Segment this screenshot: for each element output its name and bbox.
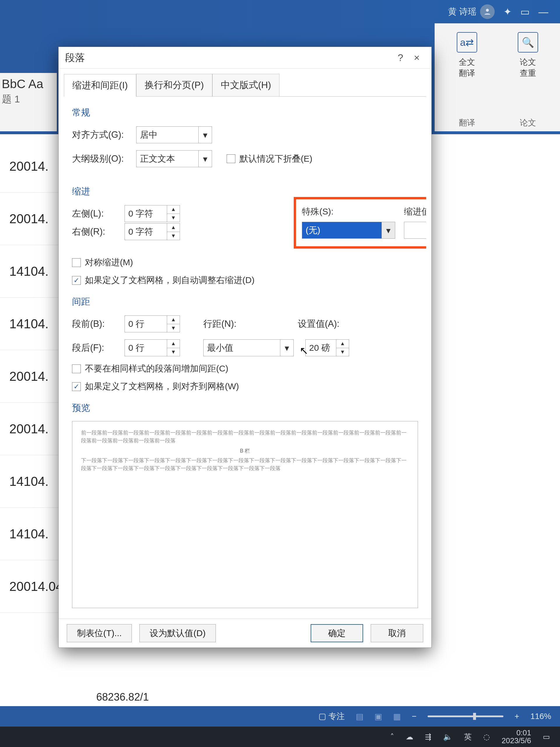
section-general: 常规: [72, 106, 418, 119]
spinner-up-icon[interactable]: ▲: [336, 340, 349, 348]
plagiarism-label: 论文 查重: [520, 57, 536, 79]
clock-date: 2023/5/6: [502, 737, 531, 745]
spinner-up-icon[interactable]: ▲: [167, 205, 180, 214]
checkbox-icon: [226, 154, 235, 163]
view-read-icon[interactable]: ▣: [374, 712, 382, 721]
username: 黄 诗瑶: [448, 6, 477, 18]
table-row[interactable]: 14104.: [0, 508, 58, 560]
ribbon-right: a⇄ 全文 翻译 翻译 🔍 论文 查重 论文: [434, 23, 560, 131]
ribbon-group-translate: 翻译: [459, 117, 475, 128]
dialog-titlebar[interactable]: 段落 ? ×: [59, 47, 431, 69]
chevron-down-icon: ▾: [381, 222, 395, 238]
space-before-value: 0 行: [125, 316, 167, 332]
help-button[interactable]: ?: [392, 52, 409, 63]
spinner-down-icon[interactable]: ▼: [336, 348, 349, 356]
zoom-in-button[interactable]: +: [514, 712, 519, 721]
table-row[interactable]: 14104.: [0, 455, 58, 508]
grid-align-checkbox[interactable]: 如果定义了文档网格，则对齐到网格(W): [72, 381, 418, 392]
tray-wifi-icon[interactable]: ⇶: [425, 732, 431, 742]
tab-asian-typography[interactable]: 中文版式(H): [212, 74, 279, 96]
dialog-tabs: 缩进和间距(I) 换行和分页(P) 中文版式(H): [59, 69, 431, 96]
table-row[interactable]: 20014.04: [0, 560, 58, 613]
tray-ime-icon[interactable]: 英: [464, 732, 472, 742]
style-gallery-peek[interactable]: BbC Aa 题 1: [0, 73, 57, 131]
titlebar: 黄 诗瑶 ✦ ▭ —: [0, 0, 560, 23]
indent-right-spinner[interactable]: 0 字符 ▲▼: [125, 223, 180, 240]
plagiarism-button[interactable]: 🔍 论文 查重 论文: [499, 32, 557, 128]
tray-chat-icon[interactable]: ◌: [483, 732, 490, 742]
spinner-down-icon[interactable]: ▼: [167, 324, 180, 332]
spinner-down-icon[interactable]: ▼: [167, 232, 180, 240]
mirror-indent-checkbox[interactable]: 对称缩进(M): [72, 257, 418, 268]
grid-indent-label: 如果定义了文档网格，则自动调整右缩进(D): [85, 274, 255, 286]
notifications-icon[interactable]: ▭: [543, 732, 550, 742]
table-row[interactable]: 14104.: [0, 298, 58, 350]
table-row[interactable]: 20014.: [0, 350, 58, 403]
space-before-spinner[interactable]: 0 行 ▲▼: [125, 315, 180, 332]
line-spacing-label: 行距(N):: [203, 318, 237, 330]
special-select[interactable]: (无) ▾: [302, 222, 395, 239]
spinner-up-icon[interactable]: ▲: [167, 316, 180, 324]
indent-by-value: [404, 222, 426, 238]
tab-line-page-breaks[interactable]: 换行和分页(P): [136, 74, 212, 96]
line-spacing-select[interactable]: 最小值 ▾: [203, 339, 294, 356]
no-same-style-space-checkbox[interactable]: 不要在相同样式的段落间增加间距(C): [72, 363, 418, 375]
zoom-level[interactable]: 116%: [530, 712, 551, 721]
cancel-button[interactable]: 取消: [371, 624, 423, 642]
checkbox-icon: [72, 364, 81, 373]
taskbar: ˄ ☁ ⇶ 🔈 英 ◌ 0:01 2023/5/6 ▭: [0, 727, 560, 747]
account-button[interactable]: 黄 诗瑶: [448, 4, 495, 19]
tray-volume-icon[interactable]: 🔈: [443, 732, 452, 742]
table-row[interactable]: 14104.: [0, 245, 58, 298]
zoom-out-button[interactable]: −: [412, 712, 417, 721]
tray-cloud-icon[interactable]: ☁: [406, 732, 413, 742]
table-row[interactable]: 20014.: [0, 192, 58, 245]
megaphone-icon[interactable]: ✦: [503, 6, 512, 18]
spinner-down-icon[interactable]: ▼: [167, 214, 180, 222]
chevron-down-icon: ▾: [198, 151, 212, 167]
grid-indent-checkbox[interactable]: 如果定义了文档网格，则自动调整右缩进(D): [72, 274, 418, 286]
clock-time: 0:01: [516, 729, 531, 737]
tray-chevron-icon[interactable]: ˄: [390, 732, 394, 742]
section-preview: 预览: [72, 402, 418, 414]
dialog-panel: 常规 对齐方式(G): 居中 ▾ 大纲级别(O): 正文文本 ▾ 默认情况下折叠…: [64, 96, 426, 613]
special-label: 特殊(S):: [302, 206, 395, 218]
view-web-icon[interactable]: ▦: [393, 712, 401, 721]
table-row[interactable]: 20014.: [0, 140, 58, 192]
zoom-slider[interactable]: [428, 716, 503, 717]
at-spinner[interactable]: 20 磅 ▲▼: [305, 339, 349, 356]
translate-button[interactable]: a⇄ 全文 翻译 翻译: [438, 32, 496, 128]
set-default-button[interactable]: 设为默认值(D): [139, 624, 216, 642]
dialog-title: 段落: [65, 51, 85, 65]
no-same-style-label: 不要在相同样式的段落间增加间距(C): [85, 363, 229, 375]
dialog-footer: 制表位(T)... 设为默认值(D) 确定 取消: [59, 619, 431, 647]
spinner-down-icon[interactable]: ▼: [167, 348, 180, 356]
close-button[interactable]: ×: [409, 52, 425, 63]
space-after-spinner[interactable]: 0 行 ▲▼: [125, 339, 180, 356]
spinner-up-icon[interactable]: ▲: [167, 224, 180, 232]
space-after-label: 段后(F):: [72, 342, 119, 354]
outline-select[interactable]: 正文文本 ▾: [136, 150, 212, 167]
ok-button[interactable]: 确定: [311, 624, 363, 642]
sum-value: 68236.82/1: [96, 691, 149, 703]
outline-value: 正文文本: [140, 153, 175, 165]
spinner-up-icon[interactable]: ▲: [167, 340, 180, 348]
alignment-select[interactable]: 居中 ▾: [136, 126, 212, 143]
collapse-label: 默认情况下折叠(E): [239, 153, 312, 165]
indent-left-spinner[interactable]: 0 字符 ▲▼: [125, 205, 180, 222]
indent-by-spinner[interactable]: ▲▼: [404, 222, 426, 239]
view-print-icon[interactable]: ▤: [356, 712, 364, 721]
alignment-label: 对齐方式(G):: [72, 129, 130, 141]
section-indent: 缩进: [72, 185, 418, 198]
style-name: 题 1: [2, 93, 57, 106]
collapse-checkbox[interactable]: 默认情况下折叠(E): [226, 153, 312, 165]
tab-indent-spacing[interactable]: 缩进和间距(I): [64, 74, 136, 97]
minimize-icon[interactable]: —: [538, 6, 548, 18]
focus-mode-button[interactable]: ▢ 专注: [319, 711, 345, 722]
taskbar-clock[interactable]: 0:01 2023/5/6: [502, 729, 531, 745]
window-layout-icon[interactable]: ▭: [520, 6, 530, 18]
style-sample: BbC Aa: [2, 76, 57, 93]
at-label: 设置值(A):: [298, 318, 340, 330]
tabs-button[interactable]: 制表位(T)...: [67, 624, 132, 642]
table-row[interactable]: 20014.: [0, 403, 58, 455]
